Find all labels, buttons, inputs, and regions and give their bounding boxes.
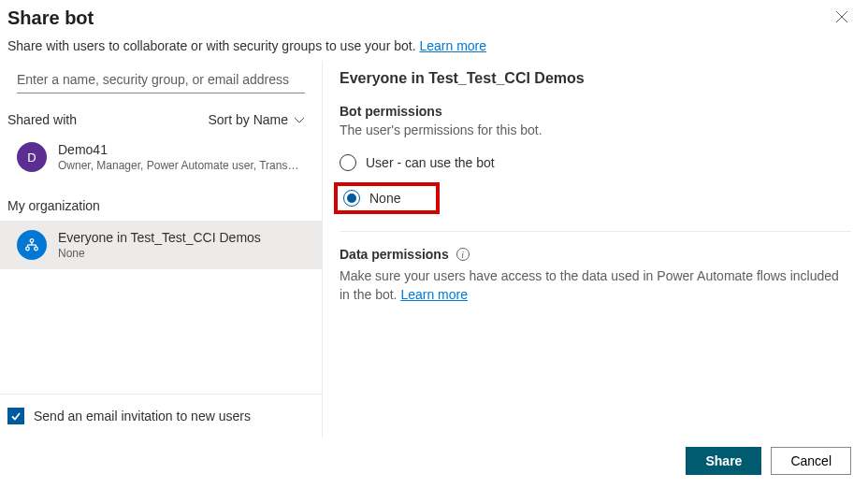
- radio-icon-selected: [343, 190, 360, 207]
- svg-point-7: [26, 247, 30, 251]
- cancel-button[interactable]: Cancel: [771, 447, 851, 475]
- close-button[interactable]: [832, 7, 851, 26]
- data-permissions-desc: Make sure your users have access to the …: [340, 267, 851, 304]
- bot-permissions-title: Bot permissions: [340, 104, 851, 119]
- org-avatar: [17, 230, 47, 260]
- avatar: D: [17, 142, 47, 172]
- search-input[interactable]: [17, 66, 305, 93]
- org-icon: [24, 237, 39, 252]
- dialog-description: Share with users to collaborate or with …: [0, 29, 868, 61]
- svg-point-2: [30, 239, 34, 243]
- email-invite-label: Send an email invitation to new users: [34, 409, 251, 423]
- email-invite-row[interactable]: Send an email invitation to new users: [0, 394, 322, 438]
- user-name: Demo41: [58, 142, 301, 157]
- org-item-sub: None: [58, 247, 261, 260]
- selected-entity-title: Everyone in Test_Test_CCI Demos: [340, 70, 851, 87]
- radio-none[interactable]: None: [343, 190, 400, 207]
- radio-icon: [340, 154, 356, 171]
- close-icon: [835, 10, 848, 23]
- data-permissions-title: Data permissions: [340, 247, 449, 262]
- share-bot-dialog: Share bot Share with users to collaborat…: [0, 0, 868, 488]
- user-roles: Owner, Manager, Power Automate user, Tra…: [58, 159, 301, 172]
- left-panel: Shared with Sort by Name D Demo41 Owner,…: [0, 61, 323, 438]
- org-item-name: Everyone in Test_Test_CCI Demos: [58, 230, 261, 245]
- org-item[interactable]: Everyone in Test_Test_CCI Demos None: [0, 221, 322, 269]
- data-learn-more-link[interactable]: Learn more: [400, 287, 468, 302]
- user-row[interactable]: D Demo41 Owner, Manager, Power Automate …: [0, 133, 322, 181]
- email-invite-checkbox[interactable]: [7, 408, 24, 424]
- highlight-box: None: [334, 182, 440, 214]
- chevron-down-icon: [294, 116, 305, 123]
- org-label: My organization: [0, 181, 322, 221]
- right-panel: Everyone in Test_Test_CCI Demos Bot perm…: [323, 61, 868, 438]
- checkmark-icon: [10, 410, 22, 422]
- bot-permissions-desc: The user's permissions for this bot.: [340, 122, 851, 137]
- divider: [340, 231, 851, 232]
- learn-more-link[interactable]: Learn more: [419, 38, 486, 53]
- svg-point-8: [35, 247, 38, 251]
- share-button[interactable]: Share: [686, 447, 761, 475]
- sort-button[interactable]: Sort by Name: [208, 112, 305, 127]
- dialog-title: Share bot: [7, 7, 94, 29]
- shared-with-label: Shared with: [7, 112, 77, 127]
- radio-user[interactable]: User - can use the bot: [340, 151, 851, 175]
- info-icon[interactable]: i: [456, 248, 470, 261]
- dialog-footer: Share Cancel: [0, 438, 868, 488]
